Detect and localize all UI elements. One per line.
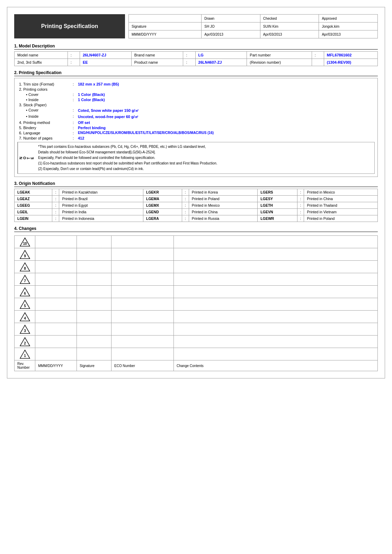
change-rev-8: 2 bbox=[15, 336, 35, 348]
svg-text:6: 6 bbox=[24, 292, 26, 295]
change-rev-0: 10 bbox=[15, 236, 35, 248]
part-number-colon: : bbox=[312, 52, 324, 59]
spec-label-10: 7. Number of pages bbox=[17, 136, 73, 140]
brand-name-value: LG bbox=[195, 52, 247, 59]
origin-code-0-2: LGERS bbox=[258, 189, 297, 196]
svg-text:3: 3 bbox=[24, 329, 26, 333]
change-cell-6-0 bbox=[35, 311, 77, 323]
spec-item-2: • Cover:1 Color (Black) bbox=[17, 92, 375, 97]
model-name-colon: : bbox=[68, 52, 80, 59]
origin-desc-4-0: Printed in Indonesia bbox=[59, 215, 143, 222]
note-line-1: Details should be followed Eco-SCM manag… bbox=[38, 150, 217, 155]
origin-table: LGEAK:Printed in KazakhstanLGEKR:Printed… bbox=[14, 189, 378, 222]
suffix-value: EE bbox=[80, 59, 131, 66]
changes-table: 10987654321Rev. NumberMMM/DD/YYYYSignatu… bbox=[14, 235, 378, 371]
origin-code-1-0: LGEAZ bbox=[15, 196, 52, 202]
origin-code-2-2: LGETH bbox=[258, 202, 297, 209]
change-cell-5-2 bbox=[112, 298, 174, 311]
spec-value-10: 412 bbox=[78, 136, 84, 140]
origin-desc-1-2: Printed in China bbox=[304, 196, 378, 202]
change-cell-8-1 bbox=[77, 336, 112, 348]
product-name-colon: : bbox=[183, 59, 195, 66]
origin-row-4: LGEIN:Printed in IndonesiaLGERA:Printed … bbox=[15, 215, 378, 222]
spec-item-7: 4. Printing method:Off set bbox=[17, 120, 375, 125]
footer-col-3: ECO Number bbox=[112, 360, 174, 371]
origin-colon-3-1: : bbox=[182, 209, 189, 215]
svg-text:10: 10 bbox=[23, 242, 27, 245]
suffix-label: 2nd, 3rd Suffix bbox=[15, 59, 68, 66]
change-cell-3-2 bbox=[112, 273, 174, 286]
change-rev-9: 1 bbox=[15, 348, 35, 360]
change-cell-6-1 bbox=[77, 311, 112, 323]
change-cell-2-3 bbox=[174, 261, 378, 273]
spec-item-8: 5. Bindery:Perfect binding bbox=[17, 126, 375, 130]
brand-name-label: Brand name bbox=[131, 52, 183, 59]
part-number-value: MFL67861602 bbox=[324, 52, 377, 59]
approval-signature-row: Signature SH JO SUIN Kim Jongok.kim bbox=[129, 23, 378, 30]
origin-code-2-0: LGEEG bbox=[15, 202, 52, 209]
spec-colon-10: : bbox=[73, 136, 78, 140]
spec-value-3: 1 Color (Black) bbox=[78, 98, 105, 102]
model-name-label: Model name bbox=[15, 52, 68, 59]
change-cell-2-2 bbox=[112, 261, 174, 273]
approval-date-row: MMM/DD/YYYY Apr/03/2013 Apr/03/2013 Apr/… bbox=[129, 30, 378, 38]
model-description-table: Model name : 26LN4607-ZJ Brand name : LG… bbox=[14, 51, 378, 66]
revision-label: (Revision number) bbox=[247, 59, 312, 66]
origin-colon-0-0: : bbox=[52, 189, 59, 196]
suffix-colon: : bbox=[68, 59, 80, 66]
spec-colon-0: : bbox=[73, 82, 78, 86]
note-content: *This part contains Eco-hazardous substa… bbox=[35, 142, 220, 173]
section2-title: 2. Printing Specification bbox=[14, 70, 378, 76]
header: Printing Specification Drawn Checked App… bbox=[14, 14, 378, 38]
spec-value-6: Uncoted, wood-free paper 60 g/㎡ bbox=[78, 114, 139, 119]
note-label: NOTE bbox=[18, 142, 35, 173]
change-rev-6: 4 bbox=[15, 311, 35, 323]
spec-colon-3: : bbox=[73, 98, 78, 102]
footer-col-1: MMM/DD/YYYY bbox=[35, 360, 77, 371]
change-cell-9-1 bbox=[77, 348, 112, 360]
change-cell-6-2 bbox=[112, 311, 174, 323]
revision-value: (1304-REV00) bbox=[324, 59, 377, 66]
change-cell-9-3 bbox=[174, 348, 378, 360]
section1-title: 1. Model Description bbox=[14, 44, 378, 50]
origin-desc-4-2: Printed in Poland bbox=[304, 215, 378, 222]
svg-text:8: 8 bbox=[24, 267, 26, 270]
spec-colon-2: : bbox=[73, 92, 78, 97]
origin-row-2: LGEEG:Printed in EgyptLGEMX:Printed in M… bbox=[15, 202, 378, 209]
change-rev-3: 7 bbox=[15, 273, 35, 286]
changes-footer-row: Rev. NumberMMM/DD/YYYYSignatureECO Numbe… bbox=[15, 360, 378, 371]
spec-value-7: Off set bbox=[78, 120, 90, 125]
spec-value-9: ENG/HUN/POL/CZE/SLK/ROM/BUL/EST/LIT/LAT/… bbox=[78, 131, 214, 135]
origin-code-1-1: LGEMA bbox=[143, 196, 182, 202]
product-name-label: Product name bbox=[131, 59, 183, 66]
change-rev-7: 3 bbox=[15, 323, 35, 336]
origin-colon-3-0: : bbox=[52, 209, 59, 215]
spec-value-2: 1 Color (Black) bbox=[78, 92, 105, 97]
origin-colon-4-0: : bbox=[52, 215, 59, 222]
changes-section: 10987654321Rev. NumberMMM/DD/YYYYSignatu… bbox=[14, 235, 378, 371]
origin-desc-3-1: Printed in China bbox=[189, 209, 258, 215]
spec-colon-9: : bbox=[73, 131, 78, 135]
origin-colon-0-1: : bbox=[182, 189, 189, 196]
change-row-2: 8 bbox=[15, 261, 378, 273]
change-cell-6-3 bbox=[174, 311, 378, 323]
model-row-2: 2nd, 3rd Suffix : EE Product name : 26LN… bbox=[15, 59, 378, 66]
model-name-value: 26LN4607-ZJ bbox=[80, 52, 131, 59]
approval-sig-checked: SUIN Kim bbox=[260, 23, 319, 30]
note-line-4: (2) Especially, Don't use or contain lea… bbox=[38, 166, 217, 172]
origin-code-1-2: LGESY bbox=[258, 196, 297, 202]
change-row-4: 6 bbox=[15, 286, 378, 298]
origin-row-0: LGEAK:Printed in KazakhstanLGEKR:Printed… bbox=[15, 189, 378, 196]
origin-colon-2-0: : bbox=[52, 202, 59, 209]
origin-code-3-1: LGEND bbox=[143, 209, 182, 215]
origin-row-1: LGEAZ:Printed in BrazilLGEMA:Printed in … bbox=[15, 196, 378, 202]
origin-desc-0-0: Printed in Kazakhstan bbox=[59, 189, 143, 196]
change-row-8: 2 bbox=[15, 336, 378, 348]
origin-colon-2-2: : bbox=[297, 202, 304, 209]
note-line-0: *This part contains Eco-hazardous substa… bbox=[38, 144, 217, 150]
change-cell-8-0 bbox=[35, 336, 77, 348]
spec-colon-8: : bbox=[73, 126, 78, 130]
change-cell-4-3 bbox=[174, 286, 378, 298]
origin-code-0-1: LGEKR bbox=[143, 189, 182, 196]
approval-date-approved: Apr/03/2013 bbox=[319, 30, 378, 38]
